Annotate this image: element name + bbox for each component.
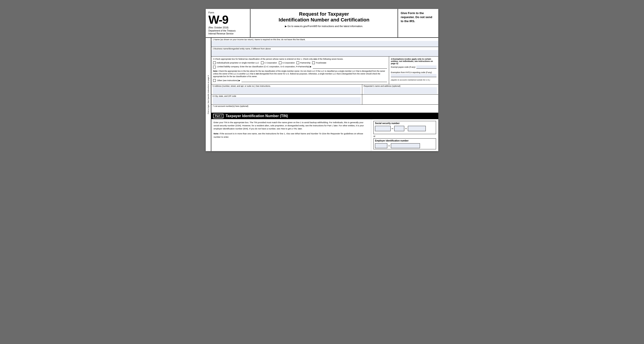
partnership-label: Partnership [300,62,310,64]
requester-input[interactable] [364,87,437,94]
trust-label: Trust/estate [316,62,326,64]
form-body: Print or type. See Specific Instructions… [206,38,438,151]
city-right-spacer [362,94,438,104]
header-right: Give Form to the requester. Do not send … [398,9,438,37]
other-row: Other (see instructions) ▶ [213,79,387,82]
form-number: W-9 [208,14,247,25]
line7-row: 7 List account number(s) here (optional) [211,105,438,113]
note-text: Note: Check the appropriate box in the l… [213,70,387,78]
line5-input[interactable] [213,87,361,94]
ssn-segment-1[interactable] [375,126,391,131]
line1-label: 1 Name (as shown on your income tax retu… [211,38,438,41]
part1-note: Note: If the account is in more than one… [214,132,369,139]
line2-input[interactable] [211,50,438,56]
llc-classification-input[interactable] [313,65,387,69]
line1-input[interactable] [211,41,438,47]
line6-row: 6 City, state, and ZIP code [211,94,362,104]
requester-row: Requester's name and address (optional) [362,84,438,94]
checkbox-c-corp: C Corporation [261,61,277,64]
llc-label: Limited liability company. Enter the tax… [217,65,312,68]
llc-row: Limited liability company. Enter the tax… [213,65,387,69]
part1-body: Enter your TIN in the appropriate box. T… [211,119,438,151]
line1-row: 1 Name (as shown on your income tax retu… [211,38,438,47]
ein-segment-2[interactable] [391,143,420,148]
individual-label: Individual/sole proprietor or single-mem… [217,62,259,64]
checkbox-row-1: Individual/sole proprietor or single-mem… [213,61,387,64]
exempt-payee-row: Exempt payee code (if any) [391,65,436,69]
part1-left: Enter your TIN in the appropriate box. T… [211,119,371,151]
w9-form: Form W-9 (Rev. October 2018) Department … [206,9,438,151]
ssn-segment-2[interactable] [394,126,404,131]
section3-left: 3 Check appropriate box for federal tax … [211,56,389,84]
ssn-dash-1: – [392,127,393,130]
side-label-text: Print or type. See Specific Instructions… [207,75,210,114]
ein-box: Employer identification number – [374,138,436,149]
fatca-note: (Applies to accounts maintained outside … [391,79,436,81]
trust-checkbox[interactable] [312,61,315,64]
city-row: 6 City, state, and ZIP code [211,94,438,105]
line5-row: 5 Address (number, street, and apt. or s… [211,84,362,94]
form-rev: (Rev. October 2018) [208,26,247,29]
individual-checkbox[interactable] [213,61,216,64]
form-goto: ▶ Go to www.irs.gov/FormW9 for instructi… [255,25,393,28]
part1-text: Enter your TIN in the appropriate box. T… [214,121,369,131]
line5-label: 5 Address (number, street, and apt. or s… [213,85,361,87]
ein-segment-1[interactable] [375,143,387,148]
side-label: Print or type. See Specific Instructions… [206,38,211,151]
ein-title: Employer identification number [375,139,434,142]
other-checkbox[interactable] [213,79,216,82]
part1-right: Social security number – – or Employer i… [371,119,438,151]
checkbox-trust: Trust/estate [312,61,326,64]
fatca-input[interactable] [391,74,436,77]
checkbox-partnership: Partnership [296,61,310,64]
header-center: Request for Taxpayer Identification Numb… [250,9,398,37]
checkbox-s-corp: S Corporation [279,61,295,64]
part1-label: Part I [213,114,224,118]
s-corp-label: S Corporation [282,62,295,64]
header-left: Form W-9 (Rev. October 2018) Department … [206,9,250,37]
other-input[interactable] [242,79,387,82]
checkbox-individual: Individual/sole proprietor or single-mem… [213,61,259,64]
fatca-row: Exemption from FATCA reporting code (if … [391,71,436,77]
section3-wrapper: 3 Check appropriate box for federal tax … [211,56,438,84]
line6-input[interactable] [213,97,361,104]
city-left: 6 City, state, and ZIP code [211,94,362,104]
address-right: Requester's name and address (optional) [362,84,438,94]
c-corp-checkbox[interactable] [261,61,264,64]
line7-label: 7 List account number(s) here (optional) [211,105,438,113]
c-corp-label: C Corporation [264,62,277,64]
other-label: Other (see instructions) ▶ [217,79,240,82]
ssn-fields: – – [375,126,434,131]
form-dept: Department of the Treasury Internal Reve… [208,29,247,35]
part1-title: Taxpayer Identification Number (TIN) [226,114,288,118]
ssn-dash-2: – [405,127,407,130]
line2-label: 2 Business name/disregarded entity name,… [211,47,438,50]
line6-label: 6 City, state, and ZIP code [213,95,361,97]
fatca-label: Exemption from FATCA reporting code (if … [391,71,436,73]
ssn-title: Social security number [375,122,434,124]
exempt-payee-input[interactable] [416,65,436,69]
ssn-box: Social security number – – [374,121,436,134]
ein-fields: – [375,143,434,148]
part1-header: Part I Taxpayer Identification Number (T… [211,113,438,119]
ein-dash: – [388,144,390,148]
partnership-checkbox[interactable] [296,61,299,64]
requester-label: Requester's name and address (optional) [364,85,437,87]
ssn-segment-3[interactable] [408,126,426,131]
llc-checkbox[interactable] [213,66,216,68]
form-fields: 1 Name (as shown on your income tax retu… [211,38,438,151]
section3-title: 3 Check appropriate box for federal tax … [213,58,387,60]
address-left: 5 Address (number, street, and apt. or s… [211,84,362,94]
s-corp-checkbox[interactable] [279,61,282,64]
section3-right: 4 Exemptions (codes apply only to certai… [389,56,438,84]
or-text: or [374,135,436,137]
form-title: Request for Taxpayer Identification Numb… [255,11,393,23]
address-section: 5 Address (number, street, and apt. or s… [211,84,438,94]
line2-row: 2 Business name/disregarded entity name,… [211,47,438,56]
exemptions-title: 4 Exemptions (codes apply only to certai… [391,58,436,65]
form-header: Form W-9 (Rev. October 2018) Department … [206,9,438,38]
